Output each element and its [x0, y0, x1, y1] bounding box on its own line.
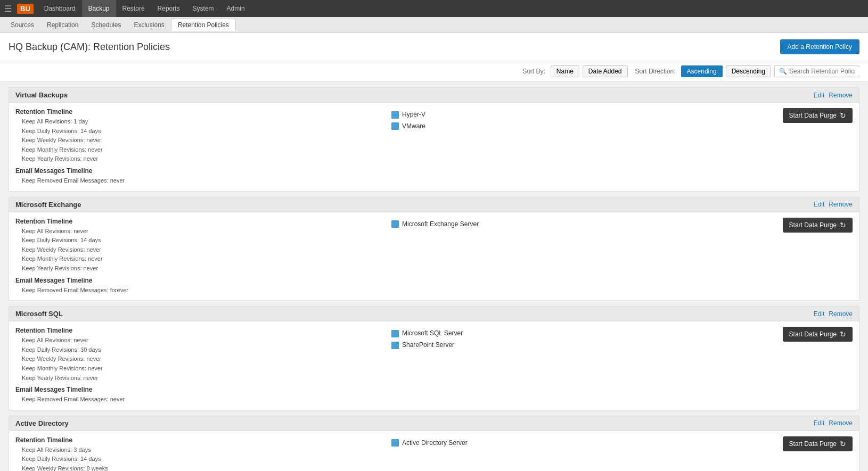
- retention-item: Keep Daily Revisions: 14 days: [15, 455, 381, 464]
- policy-body-microsoft-exchange: Retention TimelineKeep All Revisions: ne…: [9, 212, 859, 301]
- policy-name-microsoft-exchange: Microsoft Exchange: [15, 201, 81, 209]
- policy-servers-microsoft-sql: Microsoft SQL ServerSharePoint Server: [391, 327, 757, 404]
- edit-link-microsoft-sql[interactable]: Edit: [814, 310, 825, 318]
- refresh-icon: ↻: [840, 221, 846, 229]
- policy-details-virtual-backups: Retention TimelineKeep All Revisions: 1 …: [15, 108, 381, 186]
- start-data-purge-button-active-directory[interactable]: Start Data Purge↻: [783, 436, 853, 451]
- policy-actions-active-directory: EditRemove: [814, 419, 853, 427]
- server-label: Microsoft SQL Server: [402, 328, 463, 340]
- sort-by-name-button[interactable]: Name: [551, 65, 579, 77]
- retention-item: Keep Daily Revisions: 14 days: [15, 127, 381, 136]
- email-item: Keep Removed Email Messages: forever: [15, 286, 381, 295]
- toolbar: Sort By: Name Date Added Sort Direction:…: [0, 61, 868, 82]
- server-item: VMware: [391, 121, 757, 133]
- start-data-purge-button-microsoft-sql[interactable]: Start Data Purge↻: [783, 327, 853, 342]
- policy-body-virtual-backups: Retention TimelineKeep All Revisions: 1 …: [9, 103, 859, 191]
- retention-item: Keep Monthly Revisions: never: [15, 364, 381, 374]
- start-data-purge-button-microsoft-exchange[interactable]: Start Data Purge↻: [783, 218, 853, 233]
- nav-restore[interactable]: Restore: [116, 0, 151, 17]
- retention-title-microsoft-exchange: Retention Timeline: [15, 218, 381, 225]
- add-retention-policy-button[interactable]: Add a Retention Policy: [780, 39, 859, 54]
- policy-card-microsoft-sql: Microsoft SQLEditRemoveRetention Timelin…: [9, 306, 859, 410]
- sort-direction-label: Sort Direction:: [635, 68, 676, 75]
- retention-item: Keep Daily Revisions: 14 days: [15, 236, 381, 245]
- server-icon: [391, 342, 399, 349]
- retention-title-active-directory: Retention Timeline: [15, 436, 381, 444]
- subnav-replication[interactable]: Replication: [40, 19, 85, 31]
- remove-link-microsoft-exchange[interactable]: Remove: [829, 201, 853, 208]
- policy-header-microsoft-sql: Microsoft SQLEditRemove: [9, 307, 859, 321]
- top-nav: ☰ BU Dashboard Backup Restore Reports Sy…: [0, 0, 868, 17]
- server-icon: [391, 330, 399, 337]
- search-input[interactable]: [789, 68, 864, 75]
- remove-link-virtual-backups[interactable]: Remove: [829, 92, 853, 99]
- email-item: Keep Removed Email Messages: never: [15, 395, 381, 404]
- policy-purge-virtual-backups: Start Data Purge↻: [767, 108, 853, 186]
- page-title: HQ Backup (CAM): Retention Policies: [9, 42, 170, 53]
- retention-item: Keep Monthly Revisions: never: [15, 254, 381, 264]
- policy-body-active-directory: Retention TimelineKeep All Revisions: 3 …: [9, 431, 859, 471]
- policy-name-active-directory: Active Directory: [15, 419, 69, 427]
- server-label: VMware: [402, 121, 425, 133]
- policy-actions-microsoft-exchange: EditRemove: [814, 201, 853, 208]
- nav-backup[interactable]: Backup: [82, 0, 116, 17]
- purge-label: Start Data Purge: [789, 221, 837, 229]
- edit-link-microsoft-exchange[interactable]: Edit: [814, 201, 825, 208]
- nav-dashboard[interactable]: Dashboard: [38, 0, 82, 17]
- policy-details-microsoft-sql: Retention TimelineKeep All Revisions: ne…: [15, 327, 381, 404]
- policy-purge-microsoft-exchange: Start Data Purge↻: [767, 218, 853, 295]
- server-item: Microsoft SQL Server: [391, 328, 757, 340]
- policy-card-active-directory: Active DirectoryEditRemoveRetention Time…: [9, 416, 859, 471]
- nav-system[interactable]: System: [186, 0, 220, 17]
- app-logo: BU: [17, 4, 34, 14]
- edit-link-virtual-backups[interactable]: Edit: [814, 92, 825, 99]
- refresh-icon: ↻: [840, 111, 846, 120]
- policy-name-microsoft-sql: Microsoft SQL: [15, 310, 63, 318]
- policy-servers-virtual-backups: Hyper-VVMware: [391, 108, 757, 186]
- policy-card-microsoft-exchange: Microsoft ExchangeEditRemoveRetention Ti…: [9, 197, 859, 301]
- nav-admin[interactable]: Admin: [220, 0, 251, 17]
- policy-header-active-directory: Active DirectoryEditRemove: [9, 416, 859, 431]
- refresh-icon: ↻: [840, 330, 846, 338]
- hamburger-icon[interactable]: ☰: [4, 4, 12, 14]
- nav-reports[interactable]: Reports: [151, 0, 186, 17]
- policy-servers-active-directory: Active Directory Server: [391, 436, 757, 471]
- start-data-purge-button-virtual-backups[interactable]: Start Data Purge↻: [783, 108, 853, 123]
- edit-link-active-directory[interactable]: Edit: [814, 419, 825, 427]
- subnav-retention-policies[interactable]: Retention Policies: [171, 19, 236, 31]
- server-icon: [391, 111, 399, 119]
- policy-card-virtual-backups: Virtual BackupsEditRemoveRetention Timel…: [9, 87, 859, 192]
- retention-item: Keep Yearly Revisions: never: [15, 154, 381, 164]
- retention-item: Keep All Revisions: 3 days: [15, 445, 381, 455]
- policy-details-active-directory: Retention TimelineKeep All Revisions: 3 …: [15, 436, 381, 471]
- sort-descending-button[interactable]: Descending: [726, 65, 771, 77]
- purge-label: Start Data Purge: [789, 330, 837, 338]
- search-icon: 🔍: [779, 68, 787, 75]
- policy-body-microsoft-sql: Retention TimelineKeep All Revisions: ne…: [9, 321, 859, 410]
- retention-item: Keep All Revisions: never: [15, 227, 381, 236]
- retention-item: Keep Monthly Revisions: never: [15, 145, 381, 155]
- retention-item: Keep Weekly Revisions: never: [15, 354, 381, 364]
- policy-header-virtual-backups: Virtual BackupsEditRemove: [9, 88, 859, 103]
- server-item: SharePoint Server: [391, 340, 757, 351]
- subnav-sources[interactable]: Sources: [4, 19, 40, 31]
- sort-ascending-button[interactable]: Ascending: [681, 65, 723, 77]
- sort-by-date-button[interactable]: Date Added: [583, 65, 628, 77]
- policy-header-microsoft-exchange: Microsoft ExchangeEditRemove: [9, 197, 859, 212]
- page-header: HQ Backup (CAM): Retention Policies Add …: [0, 33, 868, 61]
- sort-by-label: Sort By:: [522, 68, 545, 75]
- subnav-schedules[interactable]: Schedules: [85, 19, 127, 31]
- retention-item: Keep All Revisions: never: [15, 336, 381, 345]
- subnav-exclusions[interactable]: Exclusions: [127, 19, 170, 31]
- sub-nav: Sources Replication Schedules Exclusions…: [0, 17, 868, 33]
- server-icon: [391, 122, 399, 130]
- email-title-microsoft-sql: Email Messages Timeline: [15, 386, 381, 393]
- refresh-icon: ↻: [840, 440, 846, 448]
- retention-item: Keep Daily Revisions: 30 days: [15, 345, 381, 355]
- remove-link-microsoft-sql[interactable]: Remove: [829, 310, 853, 318]
- retention-item: Keep Yearly Revisions: never: [15, 264, 381, 274]
- remove-link-active-directory[interactable]: Remove: [829, 419, 853, 427]
- server-label: SharePoint Server: [402, 340, 454, 351]
- policy-actions-virtual-backups: EditRemove: [814, 92, 853, 99]
- policy-purge-active-directory: Start Data Purge↻: [767, 436, 853, 471]
